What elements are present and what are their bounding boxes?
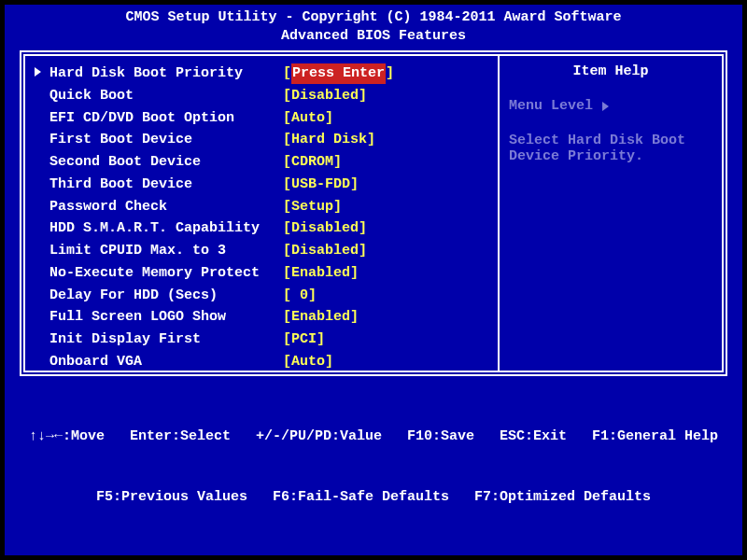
footer-line-2: F5:Previous Values F6:Fail-Safe Defaults… [14,487,733,508]
main-frame: Hard Disk Boot Priority[Press Enter]Quic… [20,50,727,376]
footer-line-1: ↑↓→←:Move Enter:Select +/-/PU/PD:Value F… [14,427,733,447]
bracket-open: [ [283,263,291,284]
setting-label: Third Boot Device [49,175,283,195]
setting-label: Onboard VGA [49,352,283,371]
setting-value[interactable]: Auto [291,108,325,129]
bracket-open: [ [283,152,291,173]
setting-value[interactable]: Enabled [291,307,350,328]
setting-row[interactable]: Hard Disk Boot Priority[Press Enter] [35,63,488,84]
setting-label: Hard Disk Boot Priority [49,63,283,84]
bracket-close: ] [367,130,375,150]
bracket-open: [ [283,352,291,371]
bracket-open: [ [283,218,291,239]
setting-label: First Boot Device [49,130,283,150]
setting-value[interactable]: CDROM [291,152,333,173]
setting-label: Limit CPUID Max. to 3 [49,241,283,261]
bracket-close: ] [333,152,342,173]
setting-label: Second Boot Device [49,152,283,173]
bracket-open: [ [283,286,291,306]
setting-row[interactable]: Full Screen LOGO Show[Enabled] [35,307,488,328]
bracket-close: ] [325,108,333,129]
header-subtitle: Advanced BIOS Features [5,27,742,46]
selection-marker [35,63,49,84]
setting-value[interactable]: Enabled [291,263,350,284]
setting-label: No-Execute Memory Protect [49,263,283,284]
setting-value[interactable]: Disabled [291,241,359,261]
setting-label: HDD S.M.A.R.T. Capability [49,218,283,239]
setting-label: Password Check [49,197,283,217]
help-title: Item Help [509,63,712,79]
setting-value[interactable]: Auto [291,352,325,371]
setting-label: EFI CD/DVD Boot Option [49,108,283,129]
bracket-close: ] [350,263,359,284]
bracket-open: [ [283,130,291,150]
setting-row[interactable]: No-Execute Memory Protect[Enabled] [35,263,488,284]
menu-level-label: Menu Level [509,98,593,114]
header: CMOS Setup Utility - Copyright (C) 1984-… [5,5,742,50]
help-text-1: Select Hard Disk Boot [509,133,712,148]
setting-row[interactable]: First Boot Device[Hard Disk] [35,130,488,150]
setting-value[interactable]: USB-FDD [291,175,350,195]
help-panel: Item Help Menu Level Select Hard Disk Bo… [498,56,722,371]
bracket-open: [ [283,108,291,129]
bracket-close: ] [350,307,359,328]
bracket-open: [ [283,175,291,195]
setting-row[interactable]: EFI CD/DVD Boot Option[Auto] [35,108,488,129]
setting-label: Full Screen LOGO Show [49,307,283,328]
setting-row[interactable]: Limit CPUID Max. to 3[Disabled] [35,241,488,261]
bracket-close: ] [359,218,367,239]
bracket-close: ] [359,241,367,261]
setting-label: Init Display First [49,329,283,350]
setting-value[interactable]: Hard Disk [291,130,367,150]
setting-label: Quick Boot [49,86,283,106]
bracket-open: [ [283,86,291,106]
setting-value[interactable]: Disabled [291,218,359,239]
setting-value[interactable]: Press Enter [291,63,386,84]
triangle-right-icon [602,102,609,111]
bracket-close: ] [359,86,367,106]
setting-row[interactable]: Init Display First[PCI] [35,329,488,350]
bracket-open: [ [283,329,291,350]
help-text-2: Device Priority. [509,148,712,164]
settings-panel: Hard Disk Boot Priority[Press Enter]Quic… [25,56,498,371]
bracket-close: ] [317,329,325,350]
bracket-close: ] [386,63,394,84]
header-title: CMOS Setup Utility - Copyright (C) 1984-… [5,8,742,27]
setting-row[interactable]: Onboard VGA[Auto] [35,352,488,371]
bracket-open: [ [283,197,291,217]
triangle-right-icon [35,67,41,77]
bracket-close: ] [308,286,317,306]
bracket-close: ] [333,197,342,217]
bracket-close: ] [350,175,359,195]
setting-label: Delay For HDD (Secs) [49,286,283,306]
setting-value[interactable]: PCI [291,329,317,350]
setting-value[interactable]: Disabled [291,86,359,106]
footer: ↑↓→←:Move Enter:Select +/-/PU/PD:Value F… [5,382,742,555]
setting-row[interactable]: Third Boot Device[USB-FDD] [35,175,488,195]
bracket-close: ] [325,352,333,371]
setting-value[interactable]: 0 [291,286,308,306]
menu-level-row: Menu Level [509,98,712,114]
setting-row[interactable]: Password Check[Setup] [35,197,488,217]
setting-row[interactable]: Delay For HDD (Secs)[ 0] [35,286,488,306]
main-frame-inner: Hard Disk Boot Priority[Press Enter]Quic… [23,54,724,372]
bracket-open: [ [283,241,291,261]
bracket-open: [ [283,307,291,328]
setting-row[interactable]: HDD S.M.A.R.T. Capability[Disabled] [35,218,488,239]
setting-row[interactable]: Quick Boot[Disabled] [35,86,488,106]
setting-value[interactable]: Setup [291,197,333,217]
bios-screen: CMOS Setup Utility - Copyright (C) 1984-… [5,5,742,555]
setting-row[interactable]: Second Boot Device[CDROM] [35,152,488,173]
bracket-open: [ [283,63,291,84]
